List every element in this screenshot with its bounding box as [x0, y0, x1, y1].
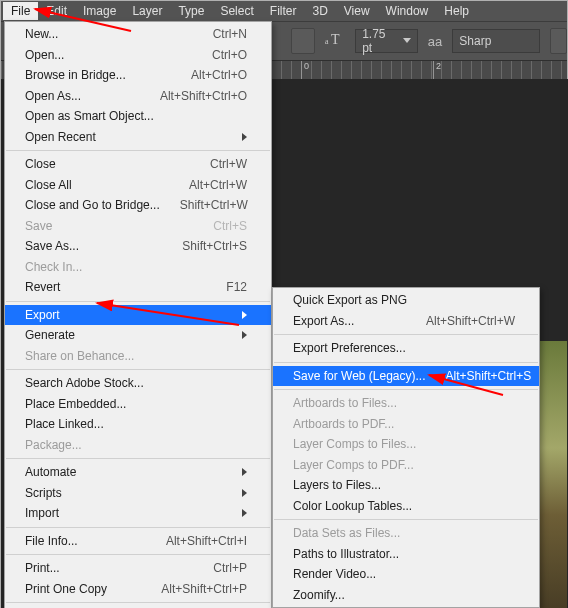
file-menu-item-package: Package...	[5, 435, 271, 456]
menu-item-label: Generate	[25, 328, 226, 342]
export-menu-item-color-lookup-tables[interactable]: Color Lookup Tables...	[273, 496, 539, 517]
menu-item-accelerator: Ctrl+S	[213, 219, 247, 233]
file-menu-item-place-embedded[interactable]: Place Embedded...	[5, 394, 271, 415]
menubar-item-layer[interactable]: Layer	[124, 2, 170, 20]
toolbar-button[interactable]	[550, 28, 567, 54]
svg-text:T: T	[331, 32, 340, 46]
file-menu-item-scripts[interactable]: Scripts	[5, 483, 271, 504]
file-menu-item-close-and-go-to-bridge[interactable]: Close and Go to Bridge...Shift+Ctrl+W	[5, 195, 271, 216]
file-menu-item-close[interactable]: CloseCtrl+W	[5, 154, 271, 175]
menu-item-accelerator: Shift+Ctrl+S	[182, 239, 247, 253]
menu-item-label: Save As...	[25, 239, 162, 253]
file-menu-item-import[interactable]: Import	[5, 503, 271, 524]
ruler-mark: 2	[433, 61, 441, 79]
file-menu-item-export[interactable]: Export	[5, 305, 271, 326]
export-menu-item-zoomify[interactable]: Zoomify...	[273, 585, 539, 606]
file-menu-item-close-all[interactable]: Close AllAlt+Ctrl+W	[5, 175, 271, 196]
export-menu-item-quick-export-as-png[interactable]: Quick Export as PNG	[273, 290, 539, 311]
menu-item-accelerator: Alt+Ctrl+W	[189, 178, 247, 192]
menubar-item-select[interactable]: Select	[212, 2, 261, 20]
menubar: FileEditImageLayerTypeSelectFilter3DView…	[1, 1, 567, 22]
menu-item-label: Scripts	[25, 486, 226, 500]
menu-item-accelerator: Ctrl+O	[212, 48, 247, 62]
file-menu-separator	[6, 150, 270, 151]
menubar-item-filter[interactable]: Filter	[262, 2, 305, 20]
menu-item-label: Close and Go to Bridge...	[25, 198, 160, 212]
svg-text:a: a	[325, 37, 329, 46]
menu-item-label: Save	[25, 219, 193, 233]
file-menu-item-generate[interactable]: Generate	[5, 325, 271, 346]
export-menu-item-layer-comps-to-files: Layer Comps to Files...	[273, 434, 539, 455]
file-menu-item-search-adobe-stock[interactable]: Search Adobe Stock...	[5, 373, 271, 394]
file-menu-dropdown: New...Ctrl+NOpen...Ctrl+OBrowse in Bridg…	[4, 21, 272, 608]
menu-item-label: Open As...	[25, 89, 140, 103]
file-menu-item-revert[interactable]: RevertF12	[5, 277, 271, 298]
export-submenu: Quick Export as PNGExport As...Alt+Shift…	[272, 287, 540, 608]
export-menu-item-layers-to-files[interactable]: Layers to Files...	[273, 475, 539, 496]
menu-item-accelerator: Alt+Shift+Ctrl+S	[446, 369, 532, 383]
menu-item-label: Open...	[25, 48, 192, 62]
menu-item-label: Open Recent	[25, 130, 226, 144]
file-menu-item-browse-in-bridge[interactable]: Browse in Bridge...Alt+Ctrl+O	[5, 65, 271, 86]
menu-item-label: Render Video...	[293, 567, 515, 581]
file-menu-item-new[interactable]: New...Ctrl+N	[5, 24, 271, 45]
export-menu-item-export-as[interactable]: Export As...Alt+Shift+Ctrl+W	[273, 311, 539, 332]
menu-item-label: Import	[25, 506, 226, 520]
stroke-width-field[interactable]: 1.75 pt	[355, 29, 418, 53]
app-window: FileEditImageLayerTypeSelectFilter3DView…	[0, 0, 568, 608]
file-menu-separator	[6, 602, 270, 603]
file-menu-item-print-one-copy[interactable]: Print One CopyAlt+Shift+Ctrl+P	[5, 579, 271, 600]
menubar-item-help[interactable]: Help	[436, 2, 477, 20]
menu-item-label: Quick Export as PNG	[293, 293, 515, 307]
menu-item-label: Package...	[25, 438, 247, 452]
menu-item-label: Save for Web (Legacy)...	[293, 369, 426, 383]
file-menu-item-check-in: Check In...	[5, 257, 271, 278]
menubar-item-window[interactable]: Window	[378, 2, 437, 20]
export-menu-item-save-for-web-legacy[interactable]: Save for Web (Legacy)...Alt+Shift+Ctrl+S	[273, 366, 539, 387]
submenu-arrow-icon	[242, 133, 247, 141]
file-menu-item-open-as[interactable]: Open As...Alt+Shift+Ctrl+O	[5, 86, 271, 107]
menu-item-accelerator: Ctrl+W	[210, 157, 247, 171]
menu-item-label: Layer Comps to PDF...	[293, 458, 515, 472]
antialias-icon: aa	[428, 34, 442, 49]
export-menu-separator	[274, 519, 538, 520]
menu-item-label: Search Adobe Stock...	[25, 376, 247, 390]
menubar-item-file[interactable]: File	[3, 2, 38, 20]
file-menu-item-share-on-behance: Share on Behance...	[5, 346, 271, 367]
menu-item-label: Artboards to Files...	[293, 396, 515, 410]
menu-item-label: Automate	[25, 465, 226, 479]
export-menu-item-render-video[interactable]: Render Video...	[273, 564, 539, 585]
menu-item-label: Color Lookup Tables...	[293, 499, 515, 513]
menu-item-accelerator: Ctrl+N	[213, 27, 247, 41]
file-menu-separator	[6, 301, 270, 302]
document-image	[537, 341, 567, 608]
file-menu-item-open[interactable]: Open...Ctrl+O	[5, 45, 271, 66]
file-menu-item-print[interactable]: Print...Ctrl+P	[5, 558, 271, 579]
antialias-mode-field[interactable]: Sharp	[452, 29, 540, 53]
menubar-item-image[interactable]: Image	[75, 2, 124, 20]
submenu-arrow-icon	[242, 468, 247, 476]
file-menu-item-place-linked[interactable]: Place Linked...	[5, 414, 271, 435]
export-menu-item-export-preferences[interactable]: Export Preferences...	[273, 338, 539, 359]
menu-item-label: Export As...	[293, 314, 406, 328]
menu-item-accelerator: Shift+Ctrl+W	[180, 198, 248, 212]
file-menu-item-open-recent[interactable]: Open Recent	[5, 127, 271, 148]
menubar-item-edit[interactable]: Edit	[38, 2, 75, 20]
menubar-item-view[interactable]: View	[336, 2, 378, 20]
chevron-down-icon	[403, 38, 411, 44]
file-menu-item-open-as-smart-object[interactable]: Open as Smart Object...	[5, 106, 271, 127]
file-menu-item-automate[interactable]: Automate	[5, 462, 271, 483]
toolbar-button[interactable]	[291, 28, 315, 54]
ruler-mark: 0	[301, 61, 309, 79]
menu-item-label: Zoomify...	[293, 588, 515, 602]
export-menu-item-paths-to-illustrator[interactable]: Paths to Illustrator...	[273, 544, 539, 565]
menubar-item-3d[interactable]: 3D	[304, 2, 335, 20]
menu-item-label: Export Preferences...	[293, 341, 515, 355]
menubar-item-type[interactable]: Type	[170, 2, 212, 20]
menu-item-accelerator: Alt+Shift+Ctrl+P	[161, 582, 247, 596]
file-menu-separator	[6, 554, 270, 555]
stroke-width-value: 1.75 pt	[362, 27, 395, 55]
menu-item-label: Place Embedded...	[25, 397, 247, 411]
file-menu-item-file-info[interactable]: File Info...Alt+Shift+Ctrl+I	[5, 531, 271, 552]
file-menu-item-save-as[interactable]: Save As...Shift+Ctrl+S	[5, 236, 271, 257]
